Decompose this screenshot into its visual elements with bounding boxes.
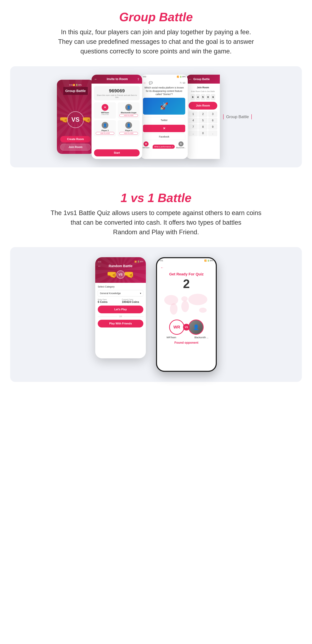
player3-name: Player 3: [96, 130, 114, 132]
fees-row: Entry Fees 6 Coins Current Coins 100424 …: [98, 298, 143, 304]
back-arrow-icon[interactable]: ←: [94, 77, 97, 81]
digit-1[interactable]: 6: [191, 94, 195, 100]
svg-point-4: [188, 294, 207, 305]
start-battle-button[interactable]: Start: [94, 149, 140, 156]
phone-random-battle: 4:01 📶 🔋38% ← Random Battle 🤜 VS 🤛 Selec…: [95, 257, 146, 358]
sender2-wrapper: B Blacksmith...: [176, 142, 186, 149]
digit-3[interactable]: 5: [201, 94, 205, 100]
back-arrow-random[interactable]: ←: [98, 264, 101, 268]
answer-instagram[interactable]: ✕: [143, 125, 185, 132]
play-with-friends-button[interactable]: Play With Friends: [98, 320, 143, 328]
key-6[interactable]: 6: [208, 118, 217, 123]
vs-graphic: 🤜 VS 🤛: [59, 103, 91, 136]
phone-get-ready: 4:01 📶 🔋38% ← Get Ready For Quiz 2: [156, 257, 217, 372]
1v1-title: 1 vs 1 Battle: [7, 191, 305, 205]
indicator-text: Group Battle: [226, 114, 249, 119]
1v1-section: 1 vs 1 Battle The 1vs1 Battle Quiz allow…: [0, 181, 312, 382]
back-arrow-quiz[interactable]: ←: [143, 81, 146, 85]
sender2-name: Blacksmith...: [176, 147, 186, 149]
group-battle-showcase: 9:51 📶 🔋39% Group Battle 🤜 VS 🤛 Create R…: [10, 66, 302, 167]
found-opponent-text: Found opponent: [174, 341, 198, 344]
phone4-top: ← Group Battle: [186, 75, 220, 84]
player1-avatar: W: [102, 104, 108, 111]
answer-facebook[interactable]: Facebook: [143, 134, 185, 140]
key-0[interactable]: 0: [198, 130, 208, 136]
player-card-2: 👤 Blacksmith Asgar ADD PLAYER: [118, 102, 140, 118]
digit-5[interactable]: 6: [211, 94, 215, 100]
digit-4[interactable]: 0: [206, 94, 210, 100]
current-coins-box: Current Coins 100424 Coins: [122, 298, 143, 304]
entry-fee-value: 6 Coins: [98, 300, 119, 304]
world-map-svg: [161, 291, 212, 316]
lets-play-button[interactable]: Let's Play: [98, 306, 143, 313]
numpad: 1 2 3 4 5 6 7 8 9 , 0 .: [189, 111, 217, 136]
player-card-4: 👤 Player 4 ADD PLAYER: [118, 120, 140, 136]
key-1[interactable]: 1: [189, 111, 198, 117]
share-icon[interactable]: ⇪: [137, 77, 140, 81]
svg-point-5: [199, 308, 207, 313]
vs-area: 🤜 VS 🤛: [98, 270, 143, 280]
phone-quiz-question: 3:53 📶 🔋39% ← 💬 7 / 10 Which social medi…: [140, 75, 188, 159]
or-divider: OR: [98, 315, 143, 318]
quiz-question: Which social media platform is known for…: [140, 86, 188, 96]
players-battle-area: WR VS 👤: [169, 320, 204, 335]
add-player-4-button[interactable]: ADD PLAYER: [119, 132, 138, 135]
svg-point-0: [164, 295, 178, 305]
key-8[interactable]: 8: [198, 124, 208, 130]
vs-badge: VS: [116, 270, 125, 279]
key-9[interactable]: 9: [208, 124, 217, 130]
digit-2[interactable]: 4: [196, 94, 200, 100]
category-dropdown[interactable]: General Knowledge ▾: [98, 290, 143, 296]
player1-name: WRTeam: [96, 112, 114, 114]
player4-name: Player 4: [119, 130, 138, 132]
player-names-row: WRTeam Blacksmith ...: [161, 336, 212, 339]
key-3[interactable]: 3: [208, 111, 217, 117]
key-dot[interactable]: .: [208, 130, 217, 136]
status-bar-6: 4:01 📶 🔋38%: [157, 258, 216, 263]
back-arrow-getready[interactable]: ←: [161, 266, 164, 270]
key-4[interactable]: 4: [189, 118, 198, 123]
indicator-line-left: [223, 114, 224, 119]
phone5-body: Select Category General Knowledge ▾ Entr…: [95, 283, 146, 358]
indicator-line-right: [251, 114, 252, 119]
wrong-icon: ✕: [163, 126, 166, 130]
join-room-action-button[interactable]: Join Room: [189, 102, 217, 110]
key-5[interactable]: 5: [198, 118, 208, 123]
back-arrow-join[interactable]: ←: [189, 77, 192, 81]
player1-name-txt: WRTeam: [164, 336, 179, 339]
add-player-3-button[interactable]: ADD PLAYER: [96, 132, 114, 135]
player2-name: Blacksmith Asgar: [119, 112, 138, 114]
room-code: 969069: [96, 88, 138, 94]
player3-avatar: 👤: [102, 122, 108, 128]
key-comma[interactable]: ,: [189, 130, 198, 136]
room-code-hint: Share this room code to Friends and ask …: [96, 94, 138, 98]
chat-icon: 💬: [149, 81, 153, 85]
key-2[interactable]: 2: [198, 111, 208, 117]
phone3-header: ← 💬 7 / 10: [140, 79, 188, 86]
room-code-box: 969069 Share this room code to Friends a…: [94, 86, 140, 100]
player1-role: CREATOR: [96, 114, 114, 115]
create-room-button[interactable]: Create Room: [60, 136, 91, 142]
get-ready-content: Get Ready For Quiz 2: [157, 270, 216, 371]
group-battle-title: Group Battle: [7, 10, 305, 24]
quiz-progress: 7 / 10: [180, 82, 185, 84]
phone1-title: Group Battle: [65, 89, 86, 93]
fire-fist-right: 🤛: [124, 270, 134, 280]
player-card-1: W WRTeam CREATOR: [94, 102, 116, 118]
phone5-top: 4:01 📶 🔋38% ← Random Battle 🤜 VS 🤛: [95, 257, 146, 283]
current-coins-label: Current Coins: [122, 298, 143, 300]
sender1-wrapper: W WRTeam: [142, 142, 149, 149]
sender2-avatar: B: [179, 142, 184, 146]
join-room-button[interactable]: Join Room: [60, 144, 91, 150]
group-battle-section: Group Battle In this quiz, four players …: [0, 0, 312, 61]
player2-avatar: 👤: [125, 104, 132, 111]
answer-twitter[interactable]: Twitter: [143, 117, 185, 123]
add-player-2-button[interactable]: ADD PLAYER: [119, 114, 138, 117]
player1-circle: WR: [169, 320, 184, 335]
category-value: General Knowledge: [100, 292, 121, 294]
join-room-body: Join Room Enter Room Code to Join Battle…: [186, 84, 220, 159]
phone-group-battle-main: 9:51 📶 🔋39% Group Battle 🤜 VS 🤛 Create R…: [57, 80, 94, 154]
phones-row: 9:51 📶 🔋39% Group Battle 🤜 VS 🤛 Create R…: [57, 75, 220, 159]
key-7[interactable]: 7: [189, 124, 198, 130]
phone6-inner: 4:01 📶 🔋38% ← Get Ready For Quiz 2: [157, 258, 216, 371]
